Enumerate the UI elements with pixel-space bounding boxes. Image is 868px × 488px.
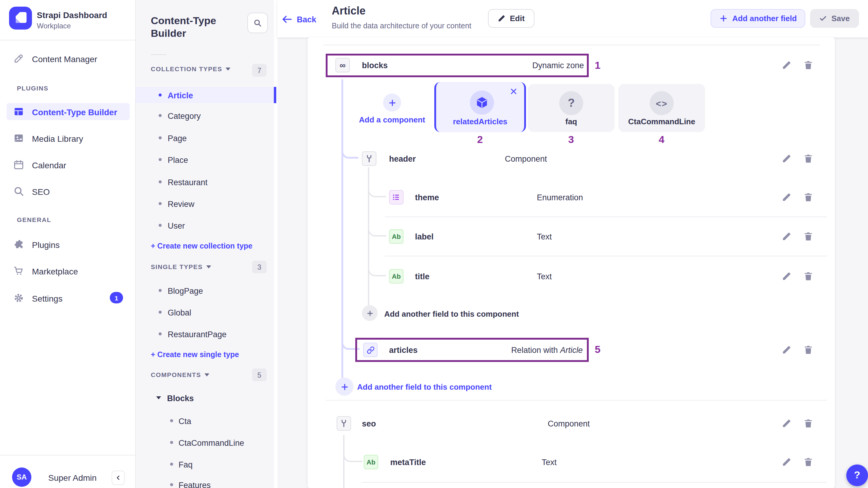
item-blogpage[interactable]: BlogPage: [168, 286, 203, 296]
pencil-icon: [782, 154, 792, 163]
add-field-to-dynamiczone-label[interactable]: Add another field to this component: [357, 383, 492, 392]
trash-icon: [803, 345, 813, 355]
item-faq[interactable]: Faq: [179, 460, 193, 469]
add-another-field-button[interactable]: Add another field: [711, 9, 805, 28]
edit-field-button[interactable]: [782, 345, 792, 355]
dynamic-zone-tree-line: [341, 79, 343, 378]
plus-icon: [366, 309, 374, 317]
edit-field-button[interactable]: [782, 192, 792, 202]
cube-icon: [470, 90, 494, 115]
divider: [385, 217, 827, 217]
collection-types-header[interactable]: COLLECTION TYPES: [151, 65, 231, 72]
chevron-down-icon[interactable]: [156, 396, 161, 399]
edit-field-button[interactable]: [782, 419, 792, 428]
item-ctacommandline[interactable]: CtaCommandLine: [179, 438, 244, 448]
bullet-icon: [159, 136, 162, 139]
item-user[interactable]: User: [168, 221, 185, 231]
dynamic-zone-icon: ∞: [335, 58, 350, 72]
search-button[interactable]: [247, 13, 268, 33]
content-type-builder-icon: [13, 106, 24, 117]
delete-field-button[interactable]: [803, 419, 813, 428]
text-field-icon: Ab: [389, 269, 404, 283]
create-collection-type-link[interactable]: + Create new collection type: [151, 242, 252, 250]
item-restaurantpage[interactable]: RestaurantPage: [168, 330, 226, 339]
item-article[interactable]: Article: [168, 91, 193, 100]
item-global[interactable]: Global: [168, 308, 191, 317]
user-name[interactable]: Super Admin: [48, 473, 96, 483]
delete-field-button[interactable]: [803, 192, 813, 202]
seo-icon: [13, 186, 24, 196]
sidebar-item-plugins[interactable]: Plugins: [32, 240, 60, 250]
sidebar-item-marketplace[interactable]: Marketplace: [32, 267, 78, 276]
delete-field-button[interactable]: [803, 154, 813, 163]
divider: [326, 400, 827, 400]
add-component-label[interactable]: Add a component: [350, 115, 434, 124]
component-card-relatedarticles[interactable]: relatedArticles: [434, 82, 526, 132]
edit-field-button[interactable]: [782, 60, 792, 70]
back-link[interactable]: Back: [297, 15, 316, 24]
scrollbar-track[interactable]: [274, 0, 277, 488]
delete-field-button[interactable]: [803, 232, 813, 241]
plus-icon: +: [151, 242, 155, 250]
delete-field-button[interactable]: [803, 271, 813, 281]
pencil-icon: [782, 232, 792, 241]
single-types-label: SINGLE TYPES: [151, 263, 203, 270]
sidebar-item-article-active[interactable]: [136, 87, 274, 103]
edit-field-button[interactable]: [782, 457, 792, 467]
back-arrow-icon[interactable]: [281, 13, 293, 25]
pencil-icon: [782, 419, 792, 428]
sidebar-item-calendar[interactable]: Calendar: [32, 160, 66, 170]
edit-field-button[interactable]: [782, 154, 792, 163]
divider: [323, 44, 820, 45]
plus-icon: +: [151, 350, 155, 359]
gear-icon: [13, 293, 24, 303]
sidebar-item-content-manager[interactable]: Content Manager: [32, 54, 97, 64]
page-subtitle: Build the data architecture of your cont…: [332, 22, 471, 30]
add-field-to-dynamiczone-button[interactable]: [335, 377, 353, 396]
component-icon: [362, 151, 376, 166]
avatar[interactable]: SA: [12, 467, 31, 487]
add-field-to-component-label[interactable]: Add another field to this component: [384, 309, 519, 318]
edit-field-button[interactable]: [782, 271, 792, 281]
delete-field-button[interactable]: [803, 457, 813, 467]
field-type: Text: [537, 272, 552, 282]
item-place[interactable]: Place: [168, 156, 188, 165]
tree-branch: [368, 266, 386, 276]
group-blocks[interactable]: Blocks: [167, 394, 194, 403]
components-header[interactable]: COMPONENTS: [151, 371, 210, 378]
sidebar-item-settings[interactable]: Settings: [32, 294, 62, 303]
annotation-4: 4: [659, 134, 664, 146]
collapse-sidebar-button[interactable]: [112, 470, 125, 485]
field-type: Relation with Article: [446, 346, 583, 355]
component-card-faq[interactable]: ? faq: [528, 84, 615, 132]
single-types-header[interactable]: SINGLE TYPES: [151, 263, 211, 270]
trash-icon: [803, 457, 813, 467]
create-single-type-link[interactable]: + Create new single type: [151, 350, 239, 359]
delete-field-button[interactable]: [803, 345, 813, 355]
add-field-to-component-button[interactable]: [362, 305, 378, 321]
panel-title: Content-Type Builder: [151, 14, 247, 40]
chevron-left-icon: [115, 475, 121, 481]
item-page[interactable]: Page: [168, 134, 187, 143]
component-card-ctacommandline[interactable]: <> CtaCommandLine: [618, 84, 705, 132]
sidebar-item-media-library[interactable]: Media Library: [32, 134, 83, 144]
item-review[interactable]: Review: [168, 200, 194, 209]
delete-field-button[interactable]: [803, 60, 813, 70]
item-restaurant[interactable]: Restaurant: [168, 178, 208, 187]
help-button[interactable]: ?: [846, 464, 868, 486]
edit-button[interactable]: Edit: [488, 9, 534, 28]
field-type: Component: [548, 419, 590, 429]
item-category[interactable]: Category: [168, 112, 201, 121]
sidebar-item-seo[interactable]: SEO: [32, 187, 50, 196]
trash-icon: [803, 271, 813, 281]
field-name: header: [389, 154, 416, 164]
edit-field-button[interactable]: [782, 232, 792, 241]
bullet-icon: [170, 441, 173, 444]
app-title: Strapi Dashboard: [37, 10, 107, 20]
item-features[interactable]: Features: [179, 481, 211, 488]
save-button[interactable]: Save: [810, 9, 859, 28]
close-icon[interactable]: [509, 87, 518, 96]
tree-branch: [341, 148, 358, 159]
item-cta[interactable]: Cta: [179, 417, 191, 426]
add-component-button[interactable]: [383, 93, 401, 112]
